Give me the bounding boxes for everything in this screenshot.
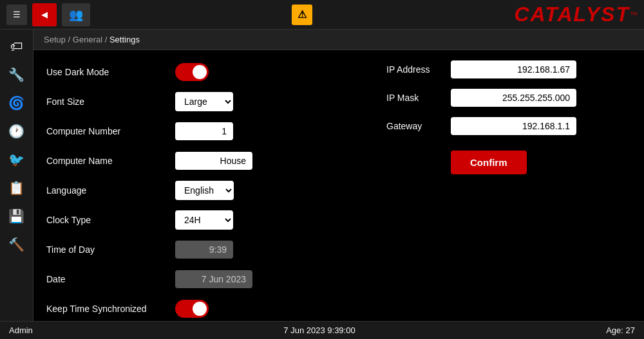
time-of-day-value: 9:39 bbox=[175, 241, 233, 259]
language-label: Language bbox=[46, 185, 175, 196]
sidebar-item-usb[interactable]: 💾 bbox=[4, 203, 30, 229]
language-select[interactable]: English Spanish French bbox=[175, 181, 234, 200]
sidebar-item-clock[interactable]: 🕐 bbox=[4, 118, 30, 144]
sidebar-item-label[interactable]: 🏷 bbox=[4, 33, 30, 59]
gateway-row: Gateway bbox=[386, 117, 631, 135]
font-size-row: Font Size Small Medium Large X-Large bbox=[46, 90, 361, 113]
dark-mode-slider bbox=[175, 63, 209, 81]
ip-mask-input[interactable] bbox=[451, 89, 576, 107]
ip-address-label: IP Address bbox=[386, 64, 451, 75]
users-button[interactable]: 👥 bbox=[62, 3, 90, 26]
fan-icon: 🌀 bbox=[8, 95, 24, 111]
back-button[interactable]: ◀ bbox=[32, 3, 57, 26]
language-row: Language English Spanish French bbox=[46, 179, 361, 202]
breadcrumb-current: Settings bbox=[109, 35, 140, 44]
clock-type-row: Clock Type 12H 24H bbox=[46, 208, 361, 232]
top-bar-left: ☰ ◀ 👥 bbox=[6, 3, 90, 26]
status-age: Age: 27 bbox=[606, 325, 635, 335]
keep-time-label: Keep Time Synchronized bbox=[46, 304, 175, 314]
status-datetime: 7 Jun 2023 9:39:00 bbox=[283, 325, 355, 335]
ip-address-row: IP Address bbox=[386, 60, 631, 78]
warning-indicator: ⚠ bbox=[292, 5, 312, 25]
main-layout: 🏷 🔧 🌀 🕐 🐦 📋 💾 🔨 Setup / General / Settin… bbox=[0, 30, 644, 321]
top-bar: ☰ ◀ 👥 ⚠ CATALYST™ bbox=[0, 0, 644, 30]
dark-mode-label: Use Dark Mode bbox=[46, 67, 175, 77]
users-icon: 👥 bbox=[69, 8, 83, 22]
usb-icon: 💾 bbox=[8, 208, 24, 224]
font-size-label: Font Size bbox=[46, 96, 175, 107]
dark-mode-row: Use Dark Mode bbox=[46, 60, 361, 84]
sidebar: 🏷 🔧 🌀 🕐 🐦 📋 💾 🔨 bbox=[0, 30, 33, 321]
keep-time-slider bbox=[175, 300, 209, 318]
sidebar-item-fan[interactable]: 🌀 bbox=[4, 90, 30, 116]
ip-address-input[interactable] bbox=[451, 60, 576, 78]
computer-number-input[interactable] bbox=[175, 122, 233, 140]
tool-icon: 🔧 bbox=[8, 67, 24, 82]
clock-type-label: Clock Type bbox=[46, 215, 175, 225]
left-column: Use Dark Mode Font Size Small Medium Lar… bbox=[46, 60, 361, 311]
logo-text: CATALYST bbox=[514, 3, 630, 26]
breadcrumb-general[interactable]: General bbox=[73, 35, 102, 44]
clock-type-select[interactable]: 12H 24H bbox=[175, 210, 233, 230]
settings-content: Use Dark Mode Font Size Small Medium Lar… bbox=[33, 50, 644, 321]
sidebar-item-wrench[interactable]: 🔨 bbox=[4, 232, 30, 257]
status-user: Admin bbox=[9, 325, 33, 335]
computer-number-label: Computer Number bbox=[46, 126, 175, 136]
sidebar-item-tool[interactable]: 🔧 bbox=[4, 62, 30, 87]
warning-icon: ⚠ bbox=[298, 8, 307, 21]
status-bar: Admin 7 Jun 2023 9:39:00 Age: 27 bbox=[0, 321, 644, 339]
hamburger-icon: ☰ bbox=[13, 10, 21, 19]
label-icon: 🏷 bbox=[10, 39, 23, 54]
right-column: IP Address IP Mask Gateway Confirm bbox=[386, 60, 631, 311]
back-icon: ◀ bbox=[41, 10, 48, 19]
keep-time-row: Keep Time Synchronized bbox=[46, 297, 361, 320]
menu-button[interactable]: ☰ bbox=[6, 5, 27, 25]
breadcrumb-sep1: / bbox=[66, 35, 73, 44]
computer-name-label: Computer Name bbox=[46, 156, 175, 166]
app-logo: CATALYST™ bbox=[514, 3, 638, 26]
breadcrumb-sep2: / bbox=[102, 35, 109, 44]
computer-name-input[interactable] bbox=[175, 152, 252, 170]
content-area: Setup / General / Settings Use Dark Mode… bbox=[33, 30, 644, 321]
time-of-day-row: Time of Day 9:39 bbox=[46, 238, 361, 261]
logo-tm: ™ bbox=[630, 10, 638, 19]
computer-number-row: Computer Number bbox=[46, 120, 361, 143]
ip-mask-label: IP Mask bbox=[386, 93, 451, 103]
bird-icon: 🐦 bbox=[8, 152, 24, 167]
wrench-icon: 🔨 bbox=[8, 237, 24, 252]
date-value: 7 Jun 2023 bbox=[175, 270, 252, 288]
gateway-label: Gateway bbox=[386, 121, 451, 131]
clock-icon: 🕐 bbox=[8, 124, 24, 139]
time-of-day-label: Time of Day bbox=[46, 244, 175, 255]
computer-name-row: Computer Name bbox=[46, 149, 361, 172]
keep-time-toggle[interactable] bbox=[175, 300, 209, 318]
confirm-button[interactable]: Confirm bbox=[451, 151, 527, 174]
dark-mode-toggle[interactable] bbox=[175, 63, 209, 81]
date-row: Date 7 Jun 2023 bbox=[46, 268, 361, 291]
breadcrumb: Setup / General / Settings bbox=[33, 30, 644, 50]
gateway-input[interactable] bbox=[451, 117, 576, 135]
sidebar-item-calendar[interactable]: 📋 bbox=[4, 175, 30, 201]
date-label: Date bbox=[46, 274, 175, 284]
sidebar-item-bird[interactable]: 🐦 bbox=[4, 147, 30, 172]
breadcrumb-setup[interactable]: Setup bbox=[44, 35, 66, 44]
calendar-icon: 📋 bbox=[8, 180, 24, 196]
ip-mask-row: IP Mask bbox=[386, 89, 631, 107]
font-size-select[interactable]: Small Medium Large X-Large bbox=[175, 92, 233, 111]
